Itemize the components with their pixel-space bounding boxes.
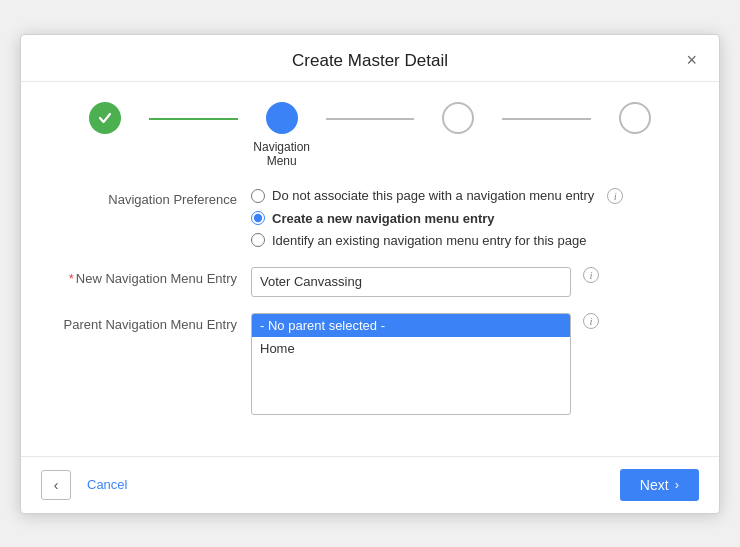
help-icon-1[interactable]: i xyxy=(607,188,623,204)
form-area: Navigation Preference Do not associate t… xyxy=(21,176,719,456)
parent-nav-listbox[interactable]: - No parent selected - Home xyxy=(251,313,571,415)
radio-option-1[interactable]: Do not associate this page with a naviga… xyxy=(251,188,679,204)
step-4 xyxy=(591,102,679,140)
help-icon-2[interactable]: i xyxy=(583,267,599,283)
new-nav-entry-label: *New Navigation Menu Entry xyxy=(61,267,251,286)
radio-label-2: Create a new navigation menu entry xyxy=(272,211,495,226)
radio-option-3[interactable]: Identify an existing navigation menu ent… xyxy=(251,233,679,248)
parent-nav-listbox-row: - No parent selected - Home i xyxy=(251,313,679,415)
step-3 xyxy=(414,102,502,140)
check-icon xyxy=(97,110,113,126)
next-button[interactable]: Next › xyxy=(620,469,699,501)
help-icon-3[interactable]: i xyxy=(583,313,599,329)
listbox-item-no-parent[interactable]: - No parent selected - xyxy=(252,314,570,337)
step-3-circle xyxy=(442,102,474,134)
new-nav-input-row: i xyxy=(251,267,679,297)
radio-identify-existing[interactable] xyxy=(251,233,265,247)
parent-nav-entry-content: - No parent selected - Home i xyxy=(251,313,679,415)
radio-option-2[interactable]: Create a new navigation menu entry xyxy=(251,211,679,226)
create-master-detail-dialog: Create Master Detail × Navigation Menu xyxy=(20,34,720,514)
step-2-label: Navigation Menu xyxy=(238,140,326,168)
dialog-footer: ‹ Cancel Next › xyxy=(21,456,719,513)
dialog-title: Create Master Detail xyxy=(292,51,448,71)
dialog-header: Create Master Detail × xyxy=(21,35,719,82)
parent-nav-entry-label: Parent Navigation Menu Entry xyxy=(61,313,251,332)
listbox-item-home[interactable]: Home xyxy=(252,337,570,360)
new-nav-entry-row: *New Navigation Menu Entry i xyxy=(61,267,679,297)
back-button[interactable]: ‹ xyxy=(41,470,71,500)
required-star: * xyxy=(69,271,74,286)
step-2: Navigation Menu xyxy=(238,102,326,168)
connector-3-4 xyxy=(502,118,590,120)
step-4-circle xyxy=(619,102,651,134)
radio-create-new[interactable] xyxy=(251,211,265,225)
new-nav-entry-content: i xyxy=(251,267,679,297)
connector-1-2 xyxy=(149,118,237,120)
listbox-inner[interactable]: - No parent selected - Home xyxy=(252,314,570,414)
radio-no-associate[interactable] xyxy=(251,189,265,203)
radio-label-1: Do not associate this page with a naviga… xyxy=(272,188,594,203)
stepper: Navigation Menu xyxy=(21,82,719,176)
close-button[interactable]: × xyxy=(680,49,703,71)
new-nav-input[interactable] xyxy=(251,267,571,297)
step-1-circle xyxy=(89,102,121,134)
nav-preference-content: Do not associate this page with a naviga… xyxy=(251,188,679,251)
footer-left: ‹ Cancel xyxy=(41,470,135,500)
nav-preference-row: Navigation Preference Do not associate t… xyxy=(61,188,679,251)
back-icon: ‹ xyxy=(54,477,59,493)
nav-preference-label: Navigation Preference xyxy=(61,188,251,207)
step-1 xyxy=(61,102,149,140)
step-2-circle xyxy=(266,102,298,134)
next-arrow-icon: › xyxy=(675,477,679,492)
radio-label-3: Identify an existing navigation menu ent… xyxy=(272,233,586,248)
next-label: Next xyxy=(640,477,669,493)
connector-2-3 xyxy=(326,118,414,120)
parent-nav-entry-row: Parent Navigation Menu Entry - No parent… xyxy=(61,313,679,415)
cancel-button[interactable]: Cancel xyxy=(79,473,135,496)
